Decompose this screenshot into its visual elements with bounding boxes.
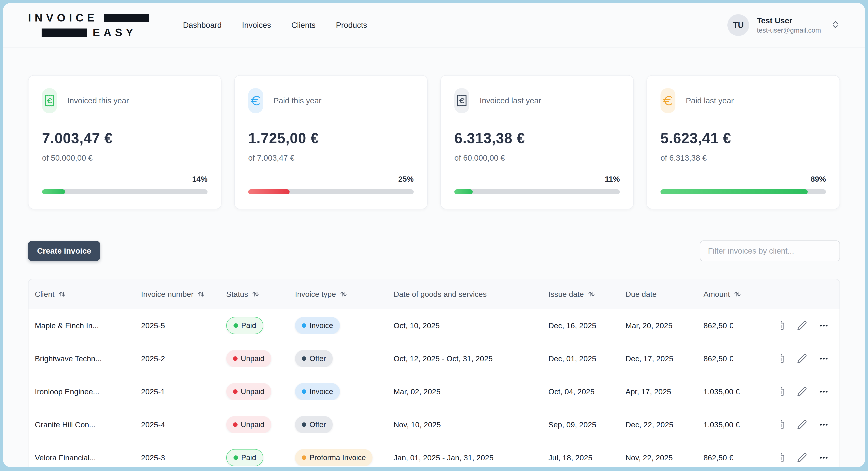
sort-icon bbox=[252, 290, 260, 298]
type-dot bbox=[302, 389, 306, 394]
brand-logo[interactable]: INVOICE EASY bbox=[28, 11, 149, 39]
stat-label: Invoiced this year bbox=[67, 96, 129, 105]
status-badge: Paid bbox=[226, 317, 264, 334]
delete-invoice-button[interactable] bbox=[781, 453, 785, 463]
table-row: Brightwave Techn... 2025-2 Unpaid Offer … bbox=[29, 342, 839, 375]
main-content: Invoiced this year 7.003,47 € of 50.000,… bbox=[3, 48, 865, 467]
cell-client: Ironloop Enginee... bbox=[29, 387, 135, 396]
more-actions-button[interactable] bbox=[819, 420, 829, 430]
type-dot bbox=[302, 323, 306, 328]
app-container: INVOICE EASY Dashboard Invoices Clients … bbox=[3, 3, 865, 467]
type-dot bbox=[302, 422, 306, 427]
more-actions-button[interactable] bbox=[819, 387, 829, 396]
more-actions-button[interactable] bbox=[819, 453, 829, 463]
sort-icon bbox=[197, 290, 205, 298]
edit-invoice-button[interactable] bbox=[797, 354, 807, 363]
column-label: Invoice number bbox=[141, 290, 193, 299]
column-label: Date of goods and services bbox=[394, 290, 487, 299]
edit-invoice-button[interactable] bbox=[797, 420, 807, 430]
cell-client: Brightwave Techn... bbox=[29, 354, 135, 363]
progress-track bbox=[660, 189, 826, 194]
column-header-status[interactable]: Status bbox=[220, 290, 289, 299]
status-dot bbox=[234, 323, 238, 328]
stat-value: 5.623,41 € bbox=[660, 130, 826, 147]
column-header-amount[interactable]: Amount bbox=[697, 290, 781, 299]
column-label: Due date bbox=[625, 290, 657, 299]
nav-clients[interactable]: Clients bbox=[291, 21, 315, 30]
column-label: Status bbox=[226, 290, 248, 299]
type-badge: Offer bbox=[295, 350, 333, 367]
status-badge: Unpaid bbox=[226, 350, 271, 367]
column-header-goods-date: Date of goods and services bbox=[387, 290, 542, 299]
sort-icon bbox=[734, 290, 742, 298]
logo-bar-bottom bbox=[41, 29, 87, 37]
cell-invoice-number: 2025-5 bbox=[135, 321, 220, 330]
column-header-invoice-type[interactable]: Invoice type bbox=[289, 290, 387, 299]
table-row: Velora Financial... 2025-3 Paid Proforma… bbox=[29, 441, 839, 467]
stat-target: of 6.313,38 € bbox=[660, 153, 826, 163]
cell-due-date: Apr, 17, 2025 bbox=[619, 387, 697, 396]
create-invoice-button[interactable]: Create invoice bbox=[28, 241, 100, 261]
filter-invoices-input[interactable] bbox=[700, 240, 840, 261]
nav-invoices[interactable]: Invoices bbox=[242, 21, 271, 30]
stat-card-paid-this-year: Paid this year 1.725,00 € of 7.003,47 € … bbox=[234, 75, 428, 209]
nav-products[interactable]: Products bbox=[336, 21, 367, 30]
avatar: TU bbox=[727, 14, 749, 36]
cell-goods-date: Oct, 10, 2025 bbox=[387, 321, 542, 330]
stat-target: of 50.000,00 € bbox=[42, 153, 208, 163]
cell-invoice-number: 2025-2 bbox=[135, 354, 220, 363]
column-label: Invoice type bbox=[295, 290, 336, 299]
column-label: Client bbox=[35, 290, 55, 299]
cell-goods-date: Oct, 12, 2025 - Oct, 31, 2025 bbox=[387, 354, 542, 363]
user-email: test-user@gmail.com bbox=[757, 27, 821, 34]
column-header-due-date: Due date bbox=[619, 290, 697, 299]
cell-issue-date: Jul, 18, 2025 bbox=[542, 453, 619, 462]
more-actions-button[interactable] bbox=[819, 321, 829, 330]
cell-client: Granite Hill Con... bbox=[29, 420, 135, 429]
progress-fill bbox=[660, 189, 808, 194]
cell-amount: 1.035,00 € bbox=[697, 387, 781, 396]
delete-invoice-button[interactable] bbox=[781, 321, 785, 330]
column-header-client[interactable]: Client bbox=[29, 290, 135, 299]
sort-icon bbox=[58, 290, 66, 298]
type-dot bbox=[302, 356, 306, 361]
progress-track bbox=[42, 189, 208, 194]
sort-icon bbox=[587, 290, 596, 298]
euro-icon bbox=[660, 88, 675, 113]
status-dot bbox=[233, 389, 238, 394]
more-actions-button[interactable] bbox=[819, 354, 829, 363]
cell-amount: 1.035,00 € bbox=[697, 420, 781, 429]
delete-invoice-button[interactable] bbox=[781, 354, 785, 363]
brand-line1: INVOICE bbox=[28, 11, 98, 24]
table-row: Ironloop Enginee... 2025-1 Unpaid Invoic… bbox=[29, 375, 839, 408]
stat-label: Invoiced last year bbox=[480, 96, 541, 105]
cell-goods-date: Mar, 02, 2025 bbox=[387, 387, 542, 396]
top-navigation-bar: INVOICE EASY Dashboard Invoices Clients … bbox=[3, 3, 865, 48]
delete-invoice-button[interactable] bbox=[781, 420, 785, 430]
status-dot bbox=[233, 422, 238, 427]
invoice-toolbar: Create invoice bbox=[28, 240, 840, 261]
column-header-invoice-number[interactable]: Invoice number bbox=[135, 290, 220, 299]
nav-dashboard[interactable]: Dashboard bbox=[183, 21, 221, 30]
stat-card-invoiced-last-year: Invoiced last year 6.313,38 € of 60.000,… bbox=[440, 75, 634, 209]
edit-invoice-button[interactable] bbox=[797, 453, 807, 463]
cell-goods-date: Jan, 01, 2025 - Jan, 31, 2025 bbox=[387, 453, 542, 462]
cell-invoice-number: 2025-1 bbox=[135, 387, 220, 396]
user-name: Test User bbox=[757, 16, 821, 25]
user-menu[interactable]: TU Test User test-user@gmail.com bbox=[727, 14, 840, 36]
column-header-issue-date[interactable]: Issue date bbox=[542, 290, 619, 299]
stat-target: of 7.003,47 € bbox=[248, 153, 414, 163]
progress-track bbox=[454, 189, 620, 194]
type-badge: Offer bbox=[295, 416, 333, 433]
column-label: Issue date bbox=[548, 290, 584, 299]
table-row: Maple & Finch In... 2025-5 Paid Invoice … bbox=[29, 309, 839, 342]
cell-due-date: Mar, 20, 2025 bbox=[619, 321, 697, 330]
delete-invoice-button[interactable] bbox=[781, 387, 785, 396]
type-badge: Invoice bbox=[295, 383, 340, 400]
edit-invoice-button[interactable] bbox=[797, 387, 807, 396]
edit-invoice-button[interactable] bbox=[797, 321, 807, 330]
status-dot bbox=[233, 356, 238, 361]
stat-percent: 14% bbox=[42, 175, 208, 183]
cell-issue-date: Oct, 04, 2025 bbox=[542, 387, 619, 396]
table-header-row: Client Invoice number Status Invoice typ… bbox=[29, 279, 839, 309]
